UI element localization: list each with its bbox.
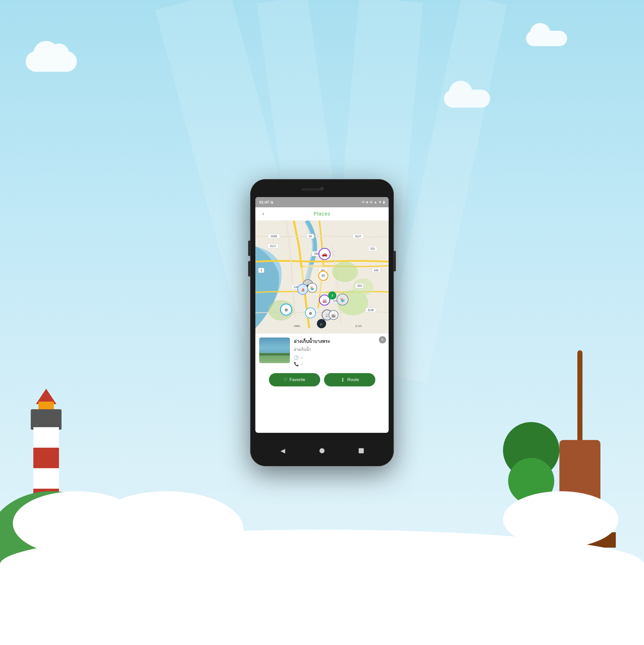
svg-text:134: 134 — [294, 285, 298, 288]
cloud-1 — [26, 51, 77, 72]
reservoir-image — [259, 338, 290, 363]
place-phone: – — [301, 362, 303, 366]
recent-nav-icon — [359, 448, 364, 453]
place-name: อ่างเก็บน้ำบางพระ — [294, 338, 385, 345]
svg-text:3268: 3268 — [271, 235, 277, 238]
app-header: ‹ Places — [255, 207, 389, 221]
svg-text:อ่างก: อ่างก — [355, 325, 362, 328]
game-icon: ⊕ — [370, 200, 372, 204]
location-icon: ◈ — [366, 200, 368, 204]
svg-text:34: 34 — [309, 235, 312, 238]
volume-up-button — [248, 241, 250, 256]
svg-text:🚗: 🚗 — [322, 251, 328, 257]
back-button[interactable]: ‹ — [259, 210, 268, 218]
volume-down-button — [248, 261, 250, 276]
svg-text:🏬: 🏬 — [331, 313, 336, 318]
svg-text:3117: 3117 — [270, 244, 276, 247]
map-svg: 3268 3117 34 3127 315 — [255, 221, 389, 334]
svg-text:344: 344 — [357, 284, 362, 287]
svg-text:⚙: ⚙ — [309, 311, 312, 315]
svg-text:🏪: 🏪 — [340, 298, 345, 302]
place-content: อ่างเก็บน้ำบางพระ อ่างเก็บน้ำ 🕐 – 📞 – — [259, 338, 385, 368]
svg-text:⚙: ⚙ — [285, 308, 288, 312]
heart-icon: ♡ — [284, 377, 287, 382]
wifi-icon: ▼ — [378, 200, 382, 204]
ground-cloud-right — [503, 491, 618, 548]
back-icon: ‹ — [262, 210, 264, 217]
place-time: – — [301, 356, 303, 360]
phone-nav-bar: ◀ — [255, 435, 389, 466]
place-phone-row: 📞 – — [294, 362, 385, 367]
route-icon — [340, 377, 345, 382]
svg-text:3138: 3138 — [368, 308, 374, 311]
svg-rect-61 — [342, 379, 343, 381]
power-button — [394, 251, 396, 271]
svg-text:3127: 3127 — [355, 235, 361, 238]
back-nav-icon: ◀ — [281, 447, 285, 454]
cloud-2 — [444, 90, 490, 108]
cloud-3 — [526, 31, 567, 46]
svg-text:🎓: 🎓 — [319, 322, 324, 327]
favorite-label: Favorite — [290, 377, 305, 382]
clock-icon: 🕐 — [294, 355, 299, 360]
speaker — [302, 188, 322, 191]
svg-text:⛩: ⛩ — [321, 274, 325, 278]
recent-nav-button[interactable] — [355, 444, 368, 457]
home-nav-button[interactable] — [316, 444, 328, 457]
svg-text:เทศบ: เทศบ — [294, 325, 300, 328]
place-type: อ่างเก็บน้ำ — [294, 347, 385, 353]
status-time: 01:47 น. — [259, 199, 274, 205]
place-time-row: 🕐 – — [294, 355, 385, 360]
page-title: Places — [314, 211, 330, 217]
home-nav-icon — [319, 448, 325, 453]
favorite-button[interactable]: ♡ Favorite — [269, 373, 320, 387]
svg-text:⛵: ⛵ — [301, 288, 305, 292]
svg-text:🏪: 🏪 — [310, 286, 315, 290]
phone-icon: 📞 — [294, 362, 299, 367]
back-nav-button[interactable]: ◀ — [276, 444, 289, 457]
svg-text:315: 315 — [370, 247, 375, 250]
phone-screen: 01:47 น. ✉ ◈ ⊕ ▲ ▼ ▮ ‹ Places — [255, 197, 389, 433]
svg-text:349: 349 — [374, 269, 378, 272]
svg-point-4 — [332, 262, 358, 282]
route-label: Route — [347, 377, 359, 382]
status-icons: ✉ ◈ ⊕ ▲ ▼ ▮ — [362, 200, 385, 204]
front-camera — [320, 187, 324, 190]
svg-text:3: 3 — [261, 269, 262, 272]
phone: 01:47 น. ✉ ◈ ⊕ ▲ ▼ ▮ ‹ Places — [250, 179, 394, 466]
close-button[interactable]: × — [379, 336, 386, 344]
signal-bars: ▲ — [374, 200, 377, 204]
status-bar: 01:47 น. ✉ ◈ ⊕ ▲ ▼ ▮ — [255, 197, 389, 207]
battery-icon: ▮ — [383, 200, 385, 204]
mail-icon: ✉ — [362, 200, 364, 204]
place-image — [259, 338, 290, 363]
ground-cloud-center — [90, 491, 244, 568]
map-area[interactable]: 3268 3117 34 3127 315 — [255, 221, 389, 334]
place-info: อ่างเก็บน้ำบางพระ อ่างเก็บน้ำ 🕐 – 📞 – — [294, 338, 385, 368]
route-button[interactable]: Route — [324, 373, 375, 387]
close-icon: × — [381, 338, 383, 342]
svg-text:7: 7 — [331, 294, 333, 298]
action-buttons: ♡ Favorite Route — [259, 372, 385, 392]
place-card: × อ่างเก็บน้ำบางพระ อ่างเก็บน้ำ 🕐 – — [255, 334, 389, 395]
svg-text:🏭: 🏭 — [323, 298, 327, 303]
